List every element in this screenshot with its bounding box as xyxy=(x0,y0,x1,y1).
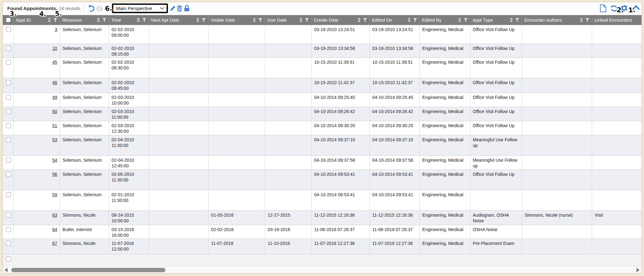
perspective-select[interactable]: Main Perspective xyxy=(113,5,167,12)
cell-due-date xyxy=(265,44,312,57)
scrollbar-thumb[interactable] xyxy=(11,268,165,272)
forward-circle-icon[interactable] xyxy=(105,5,111,12)
appt-id-link[interactable]: 50 xyxy=(52,109,57,114)
appt-id-link[interactable]: 46 xyxy=(52,80,57,85)
row-checkbox[interactable] xyxy=(6,27,11,32)
row-checkbox[interactable] xyxy=(6,192,11,197)
cell-due-date xyxy=(265,58,312,78)
cell xyxy=(3,170,14,190)
cell-next-apt-date xyxy=(149,25,209,44)
cell-time: 02-02-201009:30:00 xyxy=(109,58,149,78)
row-checkbox[interactable] xyxy=(6,213,11,218)
filter-icon[interactable] xyxy=(464,18,468,22)
appt-id-link[interactable]: 53 xyxy=(52,137,57,142)
table-row: 67Simmons, Nicole11-07-201812:00:0011-07… xyxy=(3,239,641,254)
table-row: 63Simmons, Nicole08-24-201510:00:0001-05… xyxy=(3,211,641,225)
sort-icon[interactable] xyxy=(196,18,199,22)
settings-gear-icon[interactable] xyxy=(620,4,628,12)
sort-icon[interactable] xyxy=(48,18,51,22)
delete-trash-icon[interactable] xyxy=(177,5,182,12)
filter-icon[interactable] xyxy=(305,18,309,22)
cell xyxy=(3,225,14,239)
appt-id-link[interactable]: 64 xyxy=(52,227,57,232)
row-checkbox[interactable] xyxy=(6,46,11,51)
lock-icon[interactable] xyxy=(184,5,190,12)
sort-icon[interactable] xyxy=(358,18,361,22)
row-checkbox[interactable] xyxy=(6,109,11,114)
appt-id-link[interactable]: 51 xyxy=(52,123,57,128)
collapse-chevron-up-icon[interactable] xyxy=(632,5,640,10)
appt-id-link[interactable]: 59 xyxy=(52,192,57,197)
sort-icon[interactable] xyxy=(253,18,256,22)
undo-icon[interactable] xyxy=(88,5,95,12)
column-header-time: Time xyxy=(109,15,149,25)
cell-resource: Selenium, Selenium xyxy=(60,190,109,210)
sort-icon[interactable] xyxy=(299,18,303,22)
filter-icon[interactable] xyxy=(102,18,107,22)
filter-icon[interactable] xyxy=(53,18,58,22)
table-row: 56Selenium, Selenium02-05-201011:30:0004… xyxy=(3,170,641,190)
cell xyxy=(3,25,14,44)
new-document-icon[interactable] xyxy=(600,4,606,12)
back-circle-icon[interactable] xyxy=(96,5,103,12)
row-checkbox[interactable] xyxy=(6,241,11,246)
table-row: 53Selenium, Selenium02-04-201011:30:0004… xyxy=(3,135,641,156)
sort-icon[interactable] xyxy=(510,18,513,22)
filter-icon[interactable] xyxy=(258,18,263,22)
filter-icon[interactable] xyxy=(515,18,519,22)
edit-pencil-icon[interactable] xyxy=(169,5,176,12)
sort-icon[interactable] xyxy=(458,18,461,22)
cell-linked-encounters xyxy=(592,156,641,170)
row-checkbox[interactable] xyxy=(6,158,11,163)
footer-row-checkbox[interactable] xyxy=(6,257,11,262)
appt-id-link[interactable]: 54 xyxy=(52,158,57,163)
cell-appt-type: Meaningful Use Follow up xyxy=(470,135,522,155)
filter-icon[interactable] xyxy=(413,18,417,22)
row-checkbox[interactable] xyxy=(6,123,11,128)
scroll-left-arrow[interactable] xyxy=(4,268,8,272)
appt-id-link[interactable]: 3 xyxy=(55,27,57,32)
sort-icon[interactable] xyxy=(408,18,411,22)
horizontal-scrollbar xyxy=(3,266,641,273)
sort-icon[interactable] xyxy=(580,18,583,22)
row-checkbox[interactable] xyxy=(6,172,11,177)
cell-resource: Selenium, Selenium xyxy=(60,44,109,57)
cell-edited-by: Engineering, Medical xyxy=(420,44,470,57)
appt-id-link[interactable]: 56 xyxy=(52,172,57,177)
row-checkbox[interactable] xyxy=(6,80,11,85)
appt-id-link[interactable]: 67 xyxy=(52,241,57,246)
row-checkbox[interactable] xyxy=(6,227,11,232)
cell: 45 xyxy=(14,58,60,78)
appt-id-link[interactable]: 49 xyxy=(52,95,57,100)
cell xyxy=(3,44,14,57)
cell-visible-date xyxy=(208,93,265,107)
appt-id-link[interactable]: 63 xyxy=(52,213,57,218)
row-checkbox[interactable] xyxy=(6,137,11,142)
filter-icon[interactable] xyxy=(202,18,206,22)
cell-edited-by: Engineering, Medical xyxy=(420,170,470,190)
filter-icon[interactable] xyxy=(585,18,590,22)
cell-edited-by: Engineering, Medical xyxy=(420,211,470,225)
filter-icon[interactable] xyxy=(363,18,367,22)
sort-icon[interactable] xyxy=(137,18,140,22)
perspective-annotation-box: Main Perspective xyxy=(112,3,168,13)
appt-id-link[interactable]: 10 xyxy=(52,46,57,51)
appt-id-link[interactable]: 45 xyxy=(52,60,57,65)
row-checkbox[interactable] xyxy=(6,95,11,100)
cell-edited-on: 03-18-2010 13:24:51 xyxy=(370,25,420,44)
cell-linked-encounters xyxy=(592,25,641,44)
found-appointments-label: Found Appointments, xyxy=(7,6,58,11)
toolbar-divider xyxy=(84,4,84,13)
column-header-label: Appt ID xyxy=(16,18,47,23)
refresh-icon[interactable] xyxy=(610,5,618,12)
filter-icon[interactable] xyxy=(142,18,147,22)
scroll-right-arrow[interactable] xyxy=(636,268,640,272)
cell-next-apt-date xyxy=(149,135,209,155)
cell-edited-on: 04-10-2014 09:37:10 xyxy=(370,135,420,155)
cell-encounter-authors xyxy=(522,170,592,190)
cell-time: 02-02-201009:45:00 xyxy=(109,78,149,93)
sort-icon[interactable] xyxy=(97,18,100,22)
select-all-checkbox[interactable] xyxy=(6,18,10,22)
row-checkbox[interactable] xyxy=(6,60,11,65)
cell: 10 xyxy=(14,44,60,57)
